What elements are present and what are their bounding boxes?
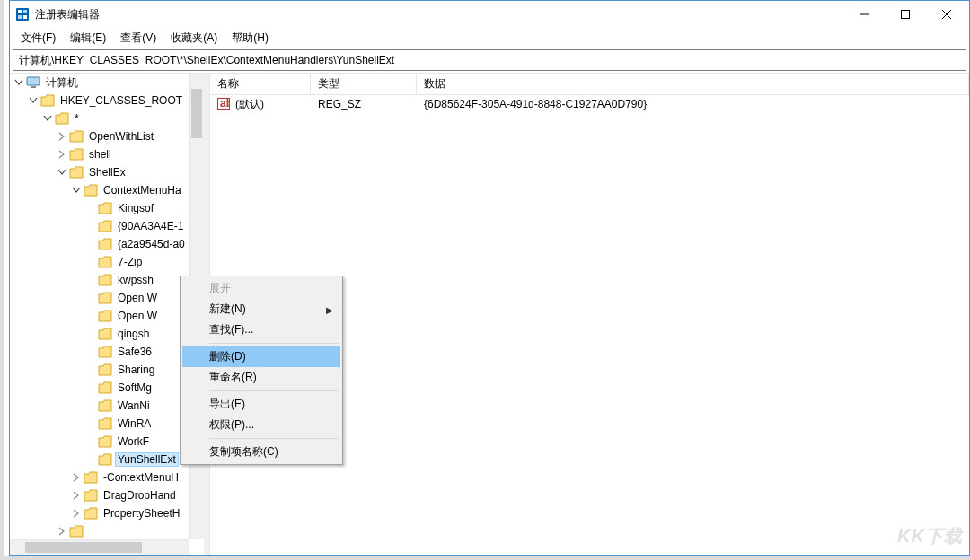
address-text: 计算机\HKEY_CLASSES_ROOT\*\ShellEx\ContextM… [19,53,394,68]
folder-icon [98,399,112,412]
tree-item-shell[interactable]: shell [10,145,189,163]
tree-label: Open W [115,309,160,323]
tree-label: DragDropHand [101,488,179,503]
tree-item[interactable]: Sharing [10,361,189,379]
close-button[interactable] [926,1,967,28]
chevron-right-icon[interactable] [55,527,69,536]
chevron-right-icon[interactable] [55,132,69,141]
folder-icon [69,525,84,538]
tree-label: PropertySheetH [101,506,182,521]
chevron-down-icon[interactable] [40,114,55,123]
minimize-button[interactable] [843,1,885,28]
ctx-find[interactable]: 查找(F)... [182,319,340,340]
tree-item[interactable]: qingsh [10,325,189,343]
menu-favorites[interactable]: 收藏夹(A) [163,29,225,48]
tree-label: * [72,111,82,126]
tree-item[interactable]: WorkF [10,433,189,451]
folder-icon [98,417,112,430]
tree-item[interactable]: DragDropHand [10,486,189,504]
svg-text:ab: ab [220,98,230,109]
tree-label: SoftMg [115,381,154,395]
ctx-copykey[interactable]: 复制项名称(C) [182,442,340,462]
tree-label: 计算机 [43,74,81,92]
ctx-rename[interactable]: 重命名(R) [182,367,340,388]
tree-label: WinRA [115,416,154,431]
value-type: REG_SZ [311,98,417,110]
tree-item-hkcr[interactable]: HKEY_CLASSES_ROOT [10,92,189,109]
tree-item[interactable]: WinRA [10,415,189,433]
tree-item[interactable]: Open W [10,289,189,307]
tree-item[interactable]: PropertySheetH [10,504,189,522]
value-name-cell: ab (默认) [210,97,311,112]
maximize-button[interactable] [885,1,926,28]
tree-item[interactable]: Safe36 [10,343,189,361]
tree-item[interactable]: Kingsof [10,199,189,217]
folder-icon [84,184,98,197]
tree-label: -ContextMenuH [101,470,181,485]
folder-icon [69,166,84,179]
tree-label: {a2a9545d-a0 [115,237,188,251]
col-header-data[interactable]: 数据 [417,74,969,94]
svg-rect-6 [902,11,910,19]
address-bar[interactable]: 计算机\HKEY_CLASSES_ROOT\*\ShellEx\ContextM… [13,49,966,71]
folder-icon [98,310,112,322]
tree-root[interactable]: 计算机 [10,74,189,92]
tree-item-openwithlist[interactable]: OpenWithList [10,127,189,145]
menu-file[interactable]: 文件(F) [13,29,63,48]
ctx-expand[interactable]: 展开 [182,278,340,299]
ctx-delete[interactable]: 删除(D) [182,346,340,367]
tree-content[interactable]: 计算机 HKEY_CLASSES_ROOT * OpenWithList she… [10,74,189,539]
ctx-permissions[interactable]: 权限(P)... [182,415,340,435]
col-header-name[interactable]: 名称 [210,74,311,94]
list-row[interactable]: ab (默认) REG_SZ {6D85624F-305A-491d-8848-… [210,95,969,113]
chevron-down-icon[interactable] [69,186,84,195]
chevron-right-icon[interactable] [69,473,84,482]
tree-item[interactable] [10,522,189,539]
tree-item-star[interactable]: * [10,109,189,127]
svg-rect-4 [23,15,27,19]
chevron-right-icon[interactable] [55,150,69,159]
tree-item[interactable]: {a2a9545d-a0 [10,235,189,253]
chevron-right-icon[interactable] [69,509,84,518]
tree-item[interactable]: SoftMg [10,379,189,397]
folder-icon [69,130,84,143]
tree-item[interactable]: kwpssh [10,271,189,289]
menu-edit[interactable]: 编辑(E) [63,29,113,48]
chevron-down-icon[interactable] [12,78,26,87]
separator [209,390,339,391]
separator [209,343,339,344]
ctx-new[interactable]: 新建(N)▶ [182,299,340,319]
tree-item[interactable]: -ContextMenuH [10,468,189,486]
folder-icon [98,274,112,286]
submenu-arrow-icon: ▶ [326,304,333,314]
col-header-type[interactable]: 类型 [311,74,417,94]
tree-label: Open W [115,291,160,305]
menu-view[interactable]: 查看(V) [113,29,163,48]
folder-icon [69,148,84,161]
tree-item-shellex[interactable]: ShellEx [10,163,189,181]
chevron-down-icon[interactable] [26,96,40,105]
list-header: 名称 类型 数据 [210,74,969,95]
tree-item[interactable]: 7-Zip [10,253,189,271]
tree-item-yunshellext[interactable]: YunShellExt [10,451,189,468]
tree-label: WanNi [115,398,153,413]
tree-item[interactable]: WanNi [10,397,189,415]
scroll-thumb[interactable] [25,542,142,553]
folder-icon [55,112,69,125]
tree-label: Safe36 [115,345,154,359]
ctx-export[interactable]: 导出(E) [182,394,340,415]
folder-icon [98,292,112,304]
menu-help[interactable]: 帮助(H) [225,29,276,48]
tree-item[interactable]: Open W [10,307,189,325]
titlebar: 注册表编辑器 [10,1,969,28]
chevron-right-icon[interactable] [69,491,84,500]
tree-label: ContextMenuHa [101,183,184,197]
folder-icon [98,238,112,250]
chevron-down-icon[interactable] [55,168,69,177]
tree-label: {90AA3A4E-1 [115,219,186,233]
scroll-thumb[interactable] [191,89,202,138]
tree-item[interactable]: {90AA3A4E-1 [10,217,189,235]
svg-rect-9 [27,77,40,85]
tree-item-contextmenuhandlers[interactable]: ContextMenuHa [10,181,189,199]
tree-horizontal-scroll[interactable] [10,539,189,555]
